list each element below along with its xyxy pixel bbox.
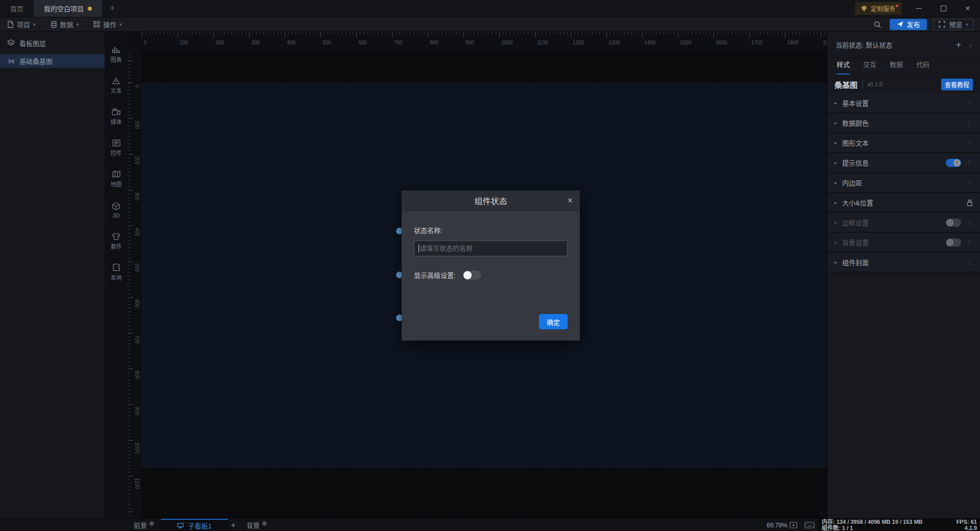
caret-right-icon: ▸ [835, 140, 837, 146]
tab-interaction[interactable]: 交互 [863, 59, 876, 75]
add-circle-icon[interactable]: ⊕ [149, 520, 154, 527]
category-label: 控件 [111, 149, 122, 157]
titlebar: 首页 我的空白项目 + 定制服务 × [0, 0, 980, 17]
section-padding[interactable]: ▸ 内边距 ⋮ [827, 173, 980, 193]
bottom-bar: 前景 ⊕ 子看板1 + 背景 ⊕ 69.79% 内存: 134 / 3958 / [0, 518, 980, 531]
document-icon [7, 21, 14, 28]
section-basic-settings[interactable]: ▸ 基本设置 ⋮ [827, 93, 980, 113]
category-charts[interactable]: 图表 [105, 39, 128, 70]
tab-project[interactable]: 我的空白项目 [34, 0, 102, 17]
close-window-button[interactable]: × [955, 0, 980, 17]
fit-view-button[interactable] [789, 519, 798, 531]
kebab-menu-icon[interactable]: ⋮ [966, 139, 973, 147]
tab-home[interactable]: 首页 [0, 0, 34, 17]
section-component-cover[interactable]: ▸ 组件封面 ⋮ [827, 253, 980, 273]
dialog-header[interactable]: 组件状态 × [402, 190, 580, 211]
new-tab-button[interactable]: + [102, 0, 122, 17]
zoom-level[interactable]: 69.79% [767, 519, 788, 531]
category-map[interactable]: 地图 [105, 163, 128, 195]
add-board-button[interactable]: + [231, 519, 236, 531]
section-tooltip[interactable]: ▸ 提示信息 ⋮ [827, 153, 980, 173]
state-name-label: 状态名称: [414, 225, 568, 235]
memory-label: 内存: [822, 519, 835, 525]
chevron-down-icon: ▾ [966, 22, 968, 27]
confirm-button[interactable]: 确定 [539, 314, 568, 329]
preview-label: 预览 [949, 19, 962, 29]
view-tutorial-button[interactable]: 查看教程 [941, 79, 973, 90]
chevron-right-icon[interactable]: › [969, 40, 972, 49]
tab-style[interactable]: 样式 [837, 59, 850, 75]
paper-plane-icon [897, 21, 903, 28]
layers-panel: 看板图层 ⋈ 基础桑基图 [0, 32, 105, 518]
category-local[interactable]: 本地 [105, 257, 128, 288]
dialog-close-button[interactable]: × [568, 190, 573, 211]
category-media[interactable]: 媒体 [105, 101, 128, 132]
kebab-menu-icon[interactable]: ⋮ [966, 258, 973, 266]
category-text[interactable]: 文本 [105, 70, 128, 101]
shortcuts-button[interactable] [804, 519, 815, 531]
preview-button[interactable]: 预览 ▾ [933, 19, 974, 30]
cube-icon [112, 202, 120, 210]
lock-icon[interactable] [967, 199, 973, 206]
kebab-menu-icon[interactable]: ⋮ [966, 119, 973, 127]
custom-service-button[interactable]: 定制服务 [855, 2, 901, 15]
ruler-corner [128, 32, 142, 51]
category-label: 3D [112, 212, 119, 219]
background-button[interactable]: 背景 ⊕ [247, 519, 267, 531]
board-tab-active[interactable]: 子看板1 [161, 519, 228, 531]
keyboard-icon [804, 522, 815, 528]
toggle-knob [946, 219, 953, 226]
tab-data[interactable]: 数据 [890, 59, 903, 75]
section-border-settings[interactable]: ▸ 边框设置 ⋮ [827, 213, 980, 233]
component-version: v0.1.0 [867, 81, 883, 87]
v-ruler-label: 700 [134, 335, 140, 344]
current-state-row: 当前状态: 默认状态 + › [827, 32, 980, 58]
h-ruler-label: 200 [215, 40, 224, 45]
minimize-button[interactable] [906, 0, 931, 17]
menu-actions[interactable]: 操作 ▾ [86, 17, 130, 31]
toggle-knob [463, 271, 472, 279]
restore-button[interactable] [931, 0, 955, 17]
caret-right-icon: ▸ [835, 200, 837, 205]
advanced-settings-toggle[interactable] [463, 271, 481, 280]
kebab-menu-icon[interactable]: ⋮ [966, 238, 973, 246]
menu-project[interactable]: 项目 ▾ [0, 17, 43, 31]
add-state-button[interactable]: + [956, 40, 961, 50]
components-value: 1 / 1 [842, 525, 853, 531]
border-toggle[interactable] [946, 219, 961, 227]
category-widgets[interactable]: 控件 [105, 132, 128, 163]
status-block: 内存: 134 / 3958 / 4096 MB 19 / 153 MB FPS… [818, 519, 980, 531]
search-button[interactable] [871, 19, 884, 30]
h-ruler-label: 600 [358, 40, 367, 45]
tshirt-icon [112, 233, 120, 240]
kebab-menu-icon[interactable]: ⋮ [966, 159, 973, 166]
category-label: 媒体 [111, 117, 122, 126]
caret-right-icon: ▸ [835, 220, 837, 225]
kebab-menu-icon[interactable]: ⋮ [966, 179, 973, 186]
foreground-button[interactable]: 前景 ⊕ [134, 519, 154, 531]
section-background-settings[interactable]: ▸ 背景设置 ⋮ [827, 233, 980, 253]
section-size-position[interactable]: ▸ 大小&位置 [827, 193, 980, 213]
kebab-menu-icon[interactable]: ⋮ [966, 99, 973, 107]
publish-label: 发布 [906, 19, 920, 29]
category-label: 文本 [111, 86, 122, 94]
tab-code[interactable]: 代码 [916, 59, 929, 75]
kebab-menu-icon[interactable]: ⋮ [966, 219, 973, 226]
menu-data[interactable]: 数据 ▾ [43, 17, 87, 31]
add-circle-icon[interactable]: ⊕ [262, 520, 267, 527]
layers-panel-title: 看板图层 [19, 38, 46, 48]
tooltip-toggle[interactable] [946, 159, 961, 167]
status-row-memory: 内存: 134 / 3958 / 4096 MB 19 / 153 MB FPS… [822, 519, 946, 525]
section-graphic-text[interactable]: ▸ 图形文本 ⋮ [827, 133, 980, 153]
publish-button[interactable]: 发布 [890, 19, 927, 30]
section-data-colors[interactable]: ▸ 数据颜色 ⋮ [827, 113, 980, 133]
close-icon: × [965, 4, 970, 13]
layer-item-sankey[interactable]: ⋈ 基础桑基图 [0, 54, 105, 68]
category-suite[interactable]: 套件 [105, 226, 128, 257]
category-3d[interactable]: 3D [105, 195, 128, 226]
board-tab-label: 子看板1 [188, 521, 211, 530]
state-name-input[interactable] [414, 240, 568, 256]
background-toggle[interactable] [946, 238, 961, 247]
state-name-field-wrap [414, 240, 568, 256]
caret-right-icon: ▸ [835, 180, 837, 185]
